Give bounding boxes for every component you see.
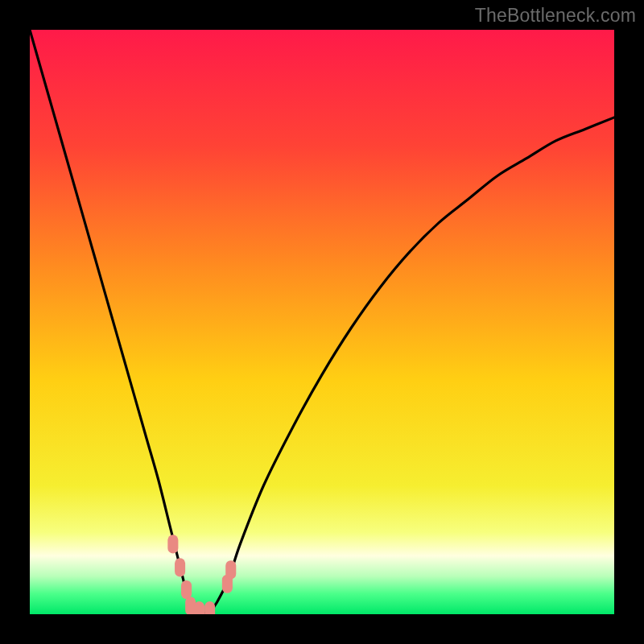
curve-marker <box>167 535 178 553</box>
plot-area <box>30 30 614 614</box>
curve-marker <box>194 601 204 614</box>
curve-marker <box>181 580 192 599</box>
bottleneck-curve <box>30 30 614 614</box>
watermark-text: TheBottleneck.com <box>475 5 636 27</box>
chart-frame: TheBottleneck.com <box>0 0 644 644</box>
curve-marker <box>225 560 236 579</box>
curve-marker <box>204 601 215 614</box>
curve-marker <box>175 558 185 576</box>
